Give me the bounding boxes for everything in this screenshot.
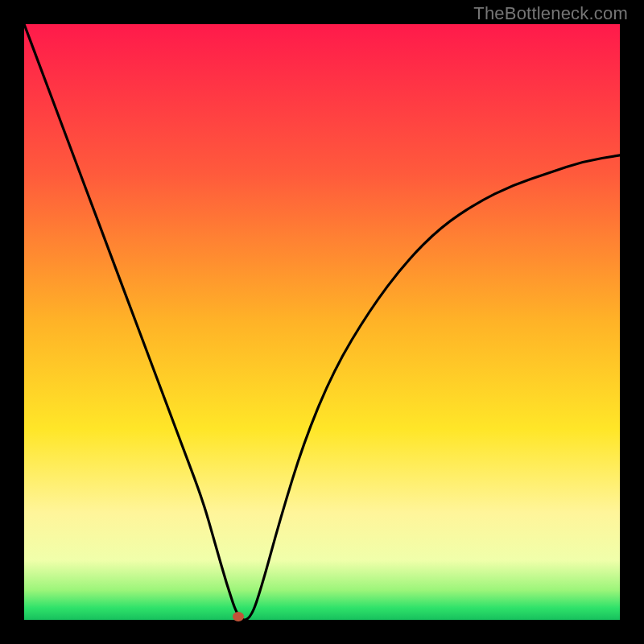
chart-curve-svg <box>24 24 620 620</box>
optimal-point-marker <box>233 612 244 621</box>
chart-frame <box>24 24 620 620</box>
watermark-text: TheBottleneck.com <box>473 3 628 24</box>
bottleneck-curve-path <box>24 24 620 620</box>
